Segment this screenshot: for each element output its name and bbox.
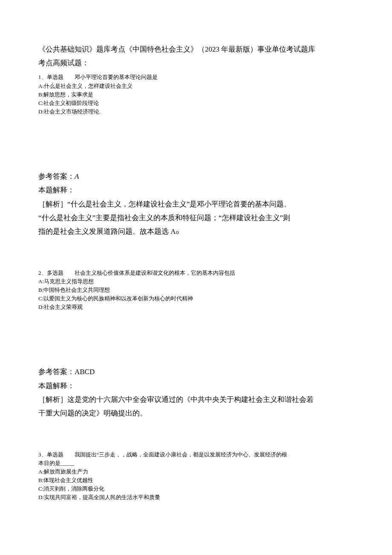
q2-answer: 参考答案：ABCD	[38, 365, 354, 379]
q3-option-d: D:实现共同富裕，提高全国人民的生活水平和质量	[38, 493, 354, 502]
question-1: 1、单选题 邓小平理论首要的基本理论问题是 A:什么是社会主义，怎样建设社会主义…	[38, 73, 354, 116]
q2-explain-label: 本题解释：	[38, 379, 354, 393]
spacer	[38, 239, 354, 269]
q2-explain-line2: 干重大问题的决定》明确提出的。	[38, 407, 354, 420]
q1-answer: 参考答案：A	[38, 170, 354, 183]
document-title-line1: 《公共基础知识》题库考点《中国特色社会主义》（2023 年最新版）事业单位考试题…	[38, 43, 354, 56]
spacer	[38, 421, 354, 450]
q2-stem: 2、多选题 社会主义核心价值体系是建设和谐文化的根本，它的基本内容包括	[38, 269, 354, 277]
q1-option-a: A:什么是社会主义，怎样建设社会主义	[38, 82, 354, 90]
document-title-line2: 考点高频试题：	[38, 57, 354, 69]
q1-option-c: C:社会主义初级阶段理论	[38, 99, 354, 108]
q1-explain-label: 本题解释：	[38, 183, 354, 197]
document-page: 《公共基础知识》题库考点《中国特色社会主义》（2023 年最新版）事业单位考试题…	[0, 0, 392, 530]
q1-explain-line1: ［解析］“什么是社会主义，怎样建设社会主义”是邓小平理论首要的基本问题。	[38, 198, 354, 211]
q1-option-d: D:社会主义市场经济理论.	[38, 108, 354, 116]
question-3: 3、单选题 我国提出“三步走，，战略，全面建设小康社会，都是以发展经济为中心。发…	[38, 450, 354, 502]
q2-option-c: C:以爱国主义为核心的民族精神和以改革创新为核心的时代精神	[38, 294, 354, 303]
q1-explain-line2: “什么是社会主义”主要是指社会主义的本质和特征问题；“怎样建设社会主义”则	[38, 211, 354, 225]
spacer	[38, 119, 354, 170]
q3-option-c: C:消灭剥削，消除两极分化	[38, 485, 354, 493]
q1-answer-value: A	[75, 172, 79, 180]
q2-option-b: B:中国特色社会主义共同理想	[38, 286, 354, 294]
q2-explain-line1: ［解析］这是党的十六届六中全会审议通过的《中共中央关于构建社会主义和谐社会若	[38, 393, 354, 407]
q1-answer-label: 参考答案：	[38, 172, 75, 180]
q2-option-a: A:马克思主义指导思想	[38, 277, 354, 286]
spacer	[38, 314, 354, 365]
q1-option-b: B:解放思想，实事求是	[38, 90, 354, 99]
q1-explain-line3: 指的是社会主义发展道路问题。故本题选 A₀	[38, 225, 354, 238]
q3-stem-line1: 3、单选题 我国提出“三步走，，战略，全面建设小康社会，都是以发展经济为中心。发…	[38, 450, 354, 459]
q1-answer-block: 参考答案：A 本题解释： ［解析］“什么是社会主义，怎样建设社会主义”是邓小平理…	[38, 170, 354, 238]
q2-answer-block: 参考答案：ABCD 本题解释： ［解析］这是党的十六届六中全会审议通过的《中共中…	[38, 365, 354, 420]
question-2: 2、多选题 社会主义核心价值体系是建设和谐文化的根本，它的基本内容包括 A:马克…	[38, 269, 354, 312]
q3-stem-line2: 本目的是_____	[38, 459, 354, 468]
q3-option-a: A:解放而旅展生产力	[38, 468, 354, 476]
q1-stem: 1、单选题 邓小平理论首要的基本理论问题是	[38, 73, 354, 81]
q3-option-b: B:体现社会主义优越性	[38, 476, 354, 485]
q2-option-d: D:社会主义荣辱观	[38, 303, 354, 311]
